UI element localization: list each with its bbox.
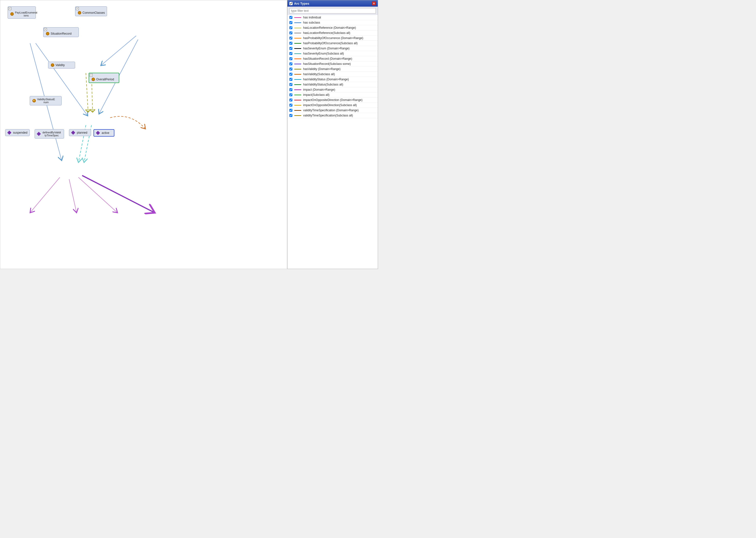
arc-line-has-individual bbox=[294, 17, 301, 18]
arc-line-validitytime-dr bbox=[294, 110, 301, 111]
arc-checkbox-location-ref-sub[interactable] bbox=[289, 31, 292, 34]
arc-line-validity-dr bbox=[294, 69, 301, 70]
arc-checkbox-impact-opp-dr[interactable] bbox=[289, 98, 292, 101]
arc-checkbox-has-individual[interactable] bbox=[289, 16, 292, 19]
arc-label-prob-sub: hasProbabilityOfOccurrence(Subclass all) bbox=[303, 41, 357, 45]
circle-icon-overall bbox=[92, 78, 95, 81]
arc-checkbox-situation-dr[interactable] bbox=[289, 57, 292, 60]
arc-checkbox-has-subclass[interactable] bbox=[289, 21, 292, 24]
enum-icon-validity-status bbox=[32, 99, 36, 102]
expand-payload[interactable]: + bbox=[8, 7, 11, 10]
arc-item-impact-sub: impact(Subclass all) bbox=[287, 92, 378, 97]
diamond-icon-suspended bbox=[7, 131, 12, 135]
arc-label-impact-dr: impact (Domain>Range) bbox=[303, 88, 335, 91]
arc-item-severity-sub: hasSeverityEnum(Subclass all) bbox=[287, 51, 378, 56]
arc-checkbox-severity-sub[interactable] bbox=[289, 52, 292, 55]
arc-item-has-subclass: has subclass bbox=[287, 20, 378, 25]
arc-checkbox-severity-dr[interactable] bbox=[289, 47, 292, 50]
arc-panel-title: Arc Types bbox=[294, 2, 309, 5]
arc-line-prob-sub bbox=[294, 43, 301, 44]
arc-line-location-ref-sub bbox=[294, 33, 301, 33]
arc-checkbox-validitytime-sub[interactable] bbox=[289, 114, 292, 117]
arc-item-impact-opp-dr: impactOnOppositeDirection (Domain>Range) bbox=[287, 97, 378, 103]
node-active[interactable]: active bbox=[94, 129, 115, 136]
node-label-defined: definedByValidityTimeSpec bbox=[42, 131, 61, 137]
node-payload-enumerations[interactable]: + PayLoadEnumerations bbox=[8, 6, 36, 19]
arc-label-impact-sub: impact(Subclass all) bbox=[303, 93, 329, 96]
expand-common[interactable]: + bbox=[76, 7, 79, 10]
arc-panel-master-checkbox[interactable] bbox=[289, 2, 293, 5]
node-label-overall: OverallPeriod bbox=[96, 78, 114, 81]
arc-line-impact-dr bbox=[294, 89, 301, 90]
arc-line-has-subclass bbox=[294, 22, 301, 23]
arc-checkbox-prob-dr[interactable] bbox=[289, 36, 292, 39]
arc-label-validity-sub: hasValidity(Subclass all) bbox=[303, 73, 335, 76]
arc-checkbox-validitystatus-sub[interactable] bbox=[289, 83, 292, 86]
arc-item-severity-dr: hasSeverityEnum (Domain>Range) bbox=[287, 46, 378, 51]
arc-checkbox-validitytime-dr[interactable] bbox=[289, 109, 292, 112]
node-overall-period[interactable]: + OverallPeriod bbox=[89, 73, 119, 83]
circle-icon-common bbox=[78, 11, 81, 15]
arc-item-situation-dr: hasSituationRecord (Domain>Range) bbox=[287, 56, 378, 61]
arc-label-has-individual: has individual bbox=[303, 16, 321, 19]
arc-line-situation-dr bbox=[294, 58, 301, 59]
node-label-situation: SituationRecord bbox=[51, 32, 71, 35]
node-validity[interactable]: Validity bbox=[48, 62, 75, 69]
arc-line-severity-sub bbox=[294, 53, 301, 54]
arc-line-validity-sub bbox=[294, 74, 301, 75]
arc-label-validitystatus-sub: hasValidityStatus(Subclass all) bbox=[303, 83, 343, 86]
node-validity-status-enum[interactable]: ValidityStatusEnum bbox=[30, 96, 62, 105]
arc-item-has-individual: has individual bbox=[287, 15, 378, 20]
arc-label-validitystatus-dr: hasValidityStatus (Domain>Range) bbox=[303, 78, 349, 81]
arc-checkbox-impact-opp-sub[interactable] bbox=[289, 104, 292, 107]
arc-checkbox-validitystatus-dr[interactable] bbox=[289, 78, 292, 81]
arc-panel-close-button[interactable]: ✕ bbox=[372, 1, 376, 5]
arc-line-impact-sub bbox=[294, 94, 301, 95]
arc-label-severity-sub: hasSeverityEnum(Subclass all) bbox=[303, 52, 344, 55]
node-label-common: CommonClasses bbox=[82, 11, 105, 15]
arc-label-situation-dr: hasSituationRecord (Domain>Range) bbox=[303, 57, 352, 60]
graph-canvas: + PayLoadEnumerations + CommonClasses + … bbox=[0, 0, 287, 269]
arc-item-location-ref-sub: hasLocationReference(Subclass all) bbox=[287, 30, 378, 36]
expand-overall[interactable]: + bbox=[90, 74, 93, 77]
arc-line-validitystatus-sub bbox=[294, 84, 301, 85]
node-suspended[interactable]: suspended bbox=[5, 129, 30, 136]
arc-item-situation-sub: hasSituationRecord(Subclass some) bbox=[287, 61, 378, 67]
arc-label-severity-dr: hasSeverityEnum (Domain>Range) bbox=[303, 47, 350, 50]
arc-item-prob-dr: hasProbabilityOfOccurrence (Domain>Range… bbox=[287, 36, 378, 41]
arc-item-prob-sub: hasProbabilityOfOccurrence(Subclass all) bbox=[287, 41, 378, 46]
arc-item-validitystatus-dr: hasValidityStatus (Domain>Range) bbox=[287, 77, 378, 82]
arc-panel-header: Arc Types ✕ bbox=[287, 0, 378, 7]
arc-checkbox-impact-dr[interactable] bbox=[289, 88, 292, 91]
arc-item-validitytime-sub: validityTimeSpecification(Subclass all) bbox=[287, 113, 378, 118]
arc-filter-input[interactable] bbox=[289, 8, 376, 14]
expand-situation[interactable]: + bbox=[44, 28, 47, 31]
arc-list: has individual has subclass hasLocationR… bbox=[287, 15, 378, 269]
node-situation-record[interactable]: + SituationRecord bbox=[43, 27, 79, 37]
arc-checkbox-location-ref-dr[interactable] bbox=[289, 26, 292, 29]
arc-label-situation-sub: hasSituationRecord(Subclass some) bbox=[303, 62, 351, 66]
svg-line-8 bbox=[69, 179, 76, 213]
arc-label-has-subclass: has subclass bbox=[303, 21, 320, 24]
arc-label-impact-opp-sub: impactOnOppositeDirection(Subclass all) bbox=[303, 103, 357, 107]
arc-item-validitystatus-sub: hasValidityStatus(Subclass all) bbox=[287, 82, 378, 87]
arc-label-location-ref-sub: hasLocationReference(Subclass all) bbox=[303, 31, 350, 35]
node-common-classes[interactable]: + CommonClasses bbox=[75, 6, 107, 16]
arc-checkbox-validity-dr[interactable] bbox=[289, 68, 292, 71]
arc-item-validity-sub: hasValidity(Subclass all) bbox=[287, 72, 378, 77]
arc-checkbox-prob-sub[interactable] bbox=[289, 42, 292, 45]
arc-checkbox-situation-sub[interactable] bbox=[289, 62, 292, 65]
arc-types-panel: Arc Types ✕ has individual has subclass … bbox=[287, 0, 378, 269]
arc-line-validitytime-sub bbox=[294, 115, 301, 116]
arc-checkbox-impact-sub[interactable] bbox=[289, 93, 292, 96]
arc-line-validitystatus-dr bbox=[294, 79, 301, 80]
arc-line-situation-sub bbox=[294, 64, 301, 64]
node-defined-by-validity[interactable]: definedByValidityTimeSpec bbox=[35, 129, 64, 138]
arc-line-prob-dr bbox=[294, 38, 301, 38]
diamond-icon-planned bbox=[71, 131, 75, 135]
circle-icon-payload bbox=[10, 12, 14, 16]
arc-item-impact-opp-sub: impactOnOppositeDirection(Subclass all) bbox=[287, 103, 378, 108]
node-planned[interactable]: planned bbox=[69, 129, 91, 136]
arc-line-impact-opp-dr bbox=[294, 100, 301, 100]
arc-checkbox-validity-sub[interactable] bbox=[289, 73, 292, 76]
